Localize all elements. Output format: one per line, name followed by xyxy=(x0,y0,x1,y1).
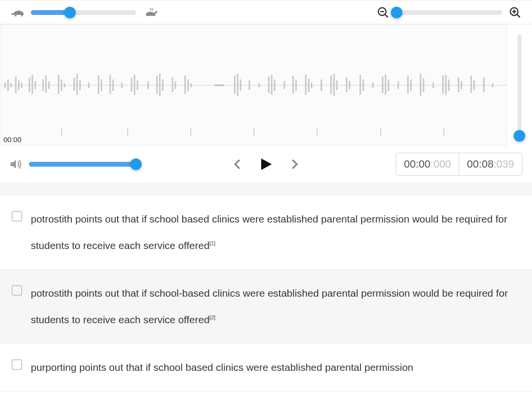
svg-rect-57 xyxy=(308,79,309,92)
volume-slider[interactable] xyxy=(29,162,136,167)
svg-rect-16 xyxy=(35,81,36,89)
svg-rect-77 xyxy=(442,76,444,94)
result-row[interactable]: potrostith points out that if school-bas… xyxy=(0,270,532,344)
svg-rect-68 xyxy=(382,77,384,93)
svg-rect-73 xyxy=(410,79,412,91)
svg-rect-43 xyxy=(190,83,192,87)
volume-icon[interactable] xyxy=(9,157,23,171)
zoom-slider[interactable] xyxy=(393,10,502,15)
rabbit-icon xyxy=(143,6,159,19)
time-total-main: 00:08 xyxy=(467,158,493,170)
svg-rect-54 xyxy=(293,76,294,94)
svg-rect-25 xyxy=(80,80,81,90)
svg-rect-14 xyxy=(29,78,30,92)
svg-rect-18 xyxy=(45,76,47,93)
turtle-icon xyxy=(11,7,27,18)
svg-rect-22 xyxy=(64,83,65,87)
svg-rect-9 xyxy=(7,79,9,91)
svg-rect-80 xyxy=(458,78,459,92)
svg-rect-38 xyxy=(162,79,163,91)
svg-rect-39 xyxy=(172,78,173,92)
svg-rect-75 xyxy=(423,79,424,92)
svg-line-4 xyxy=(517,14,520,17)
svg-rect-65 xyxy=(359,75,361,95)
svg-marker-86 xyxy=(261,158,272,170)
svg-rect-56 xyxy=(305,75,306,95)
playback-controls: 00:00:000 00:08:039 xyxy=(0,146,532,183)
time-total: 00:08:039 xyxy=(459,153,522,176)
svg-rect-17 xyxy=(42,79,44,91)
svg-rect-32 xyxy=(131,78,133,92)
svg-rect-62 xyxy=(336,80,338,90)
svg-rect-60 xyxy=(331,76,332,94)
svg-rect-53 xyxy=(284,81,285,89)
svg-rect-10 xyxy=(10,83,12,87)
svg-rect-20 xyxy=(58,75,59,94)
result-text: purporting points out that if school bas… xyxy=(31,354,520,381)
svg-rect-83 xyxy=(473,80,475,90)
time-readout: 00:00:000 00:08:039 xyxy=(396,153,522,176)
result-checkbox[interactable] xyxy=(12,285,22,296)
svg-rect-33 xyxy=(134,75,135,95)
svg-rect-50 xyxy=(268,77,269,93)
svg-rect-13 xyxy=(21,82,22,88)
waveform-display[interactable]: 00:00 xyxy=(0,25,507,146)
svg-rect-49 xyxy=(258,83,260,87)
svg-rect-28 xyxy=(101,79,102,91)
zoom-in-icon[interactable] xyxy=(509,6,521,19)
svg-rect-40 xyxy=(174,81,176,89)
svg-rect-27 xyxy=(98,76,99,94)
svg-rect-44 xyxy=(214,84,224,86)
svg-rect-51 xyxy=(271,75,272,95)
results-list: potrostith points out that if school bas… xyxy=(0,196,532,392)
waveform-panel: 00:00 xyxy=(0,24,532,146)
svg-rect-63 xyxy=(346,78,347,92)
svg-rect-76 xyxy=(433,82,434,88)
waveform-svg xyxy=(0,71,506,100)
previous-button[interactable] xyxy=(232,158,243,170)
svg-rect-30 xyxy=(112,79,114,91)
svg-rect-79 xyxy=(448,79,450,91)
svg-line-1 xyxy=(385,14,388,17)
svg-rect-35 xyxy=(147,81,149,89)
result-checkbox[interactable] xyxy=(12,211,22,222)
result-checkbox[interactable] xyxy=(12,359,22,370)
svg-rect-36 xyxy=(156,76,158,94)
time-total-ms: :039 xyxy=(493,158,514,170)
play-button[interactable] xyxy=(259,157,273,171)
svg-rect-58 xyxy=(311,82,312,88)
time-current[interactable]: 00:00:000 xyxy=(396,153,459,176)
amplitude-slider[interactable] xyxy=(518,35,521,136)
svg-rect-12 xyxy=(18,80,19,90)
svg-rect-59 xyxy=(320,79,322,91)
result-row[interactable]: purporting points out that if school bas… xyxy=(0,344,532,392)
svg-rect-67 xyxy=(372,82,373,88)
svg-rect-64 xyxy=(349,81,350,89)
svg-rect-69 xyxy=(385,75,386,95)
svg-rect-21 xyxy=(61,79,62,91)
zoom-out-icon[interactable] xyxy=(377,6,389,19)
playback-speed-slider[interactable] xyxy=(31,10,136,15)
svg-rect-8 xyxy=(4,82,6,88)
svg-rect-11 xyxy=(15,77,16,93)
waveform-time-label: 00:00 xyxy=(3,135,22,144)
svg-rect-81 xyxy=(461,81,462,89)
result-row[interactable]: potrostith points out that if school bas… xyxy=(0,196,532,270)
svg-rect-24 xyxy=(77,74,78,95)
svg-rect-78 xyxy=(445,75,447,95)
svg-rect-55 xyxy=(295,79,297,91)
svg-rect-42 xyxy=(187,79,189,91)
svg-rect-46 xyxy=(237,74,239,96)
result-text: potrostith points out that if school-bas… xyxy=(31,280,520,333)
result-text: potrostith points out that if school bas… xyxy=(31,206,520,259)
svg-rect-82 xyxy=(470,76,472,93)
svg-rect-45 xyxy=(234,76,236,94)
svg-rect-37 xyxy=(159,74,160,96)
next-button[interactable] xyxy=(289,158,300,170)
svg-rect-31 xyxy=(121,82,122,88)
svg-rect-52 xyxy=(274,79,275,91)
top-controls-bar xyxy=(0,0,532,24)
svg-rect-29 xyxy=(109,75,111,94)
svg-rect-41 xyxy=(185,76,186,94)
separator-strip xyxy=(0,183,532,196)
